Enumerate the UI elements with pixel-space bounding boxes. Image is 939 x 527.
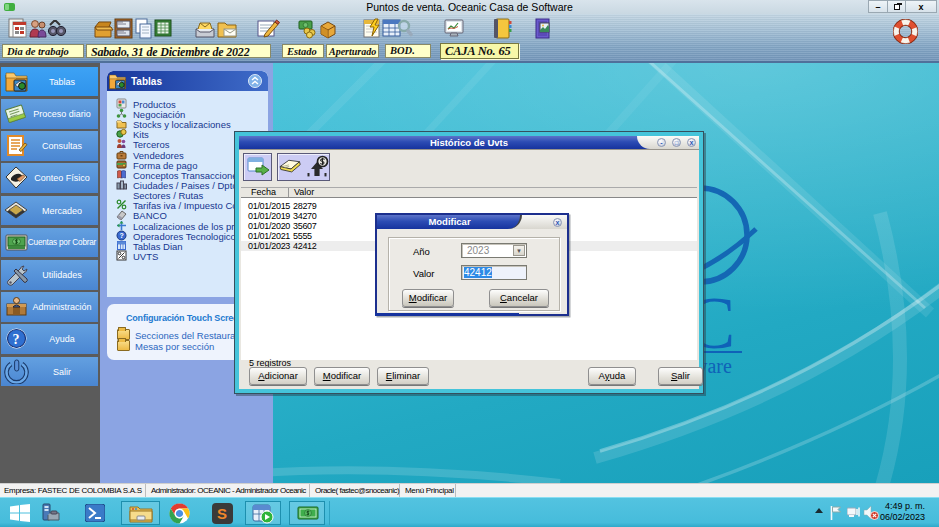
svg-text:S: S bbox=[217, 505, 227, 522]
svg-text:?: ? bbox=[120, 232, 124, 239]
svg-text:?: ? bbox=[13, 332, 20, 347]
